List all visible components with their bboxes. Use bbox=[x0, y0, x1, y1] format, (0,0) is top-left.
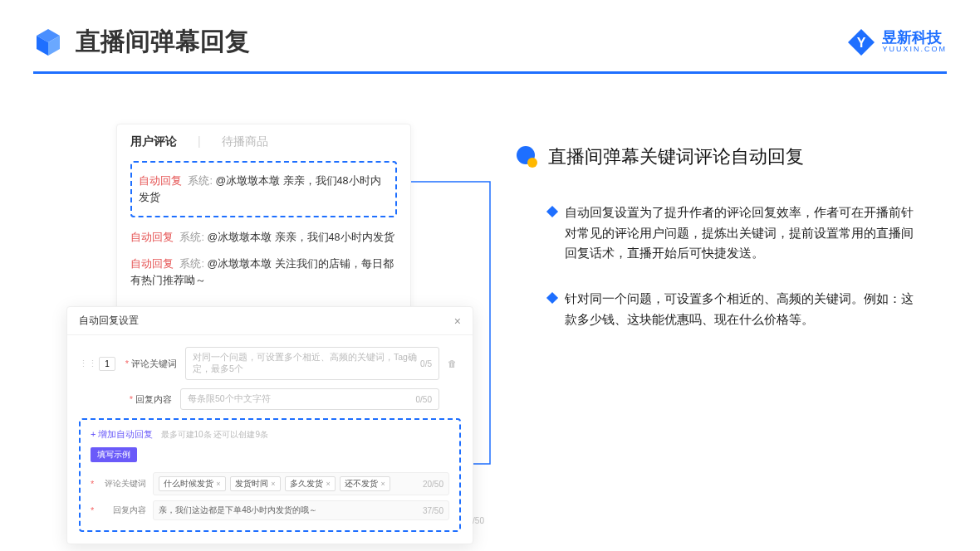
diamond-bullet-icon bbox=[546, 206, 558, 217]
chat-bubble-icon bbox=[515, 145, 538, 168]
tab-products[interactable]: 待播商品 bbox=[222, 134, 268, 149]
keyword-placeholder: 对同一个问题，可设置多个相近、高频的关键词，Tag确定，最多5个 bbox=[193, 352, 420, 375]
diamond-bullet-icon bbox=[546, 292, 558, 304]
system-label: 系统: bbox=[179, 258, 203, 270]
keyword-row: ⋮⋮ 1 *评论关键词 对同一个问题，可设置多个相近、高频的关键词，Tag确定，… bbox=[79, 347, 461, 380]
brand-block: Y 昱新科技 YUUXIN.COM bbox=[847, 28, 947, 56]
page-header: 直播间弹幕回复 Y 昱新科技 YUUXIN.COM bbox=[0, 0, 980, 71]
auto-reply-settings-modal: 自动回复设置 × ⋮⋮ 1 *评论关键词 对同一个问题，可设置多个相近、高频的关… bbox=[66, 306, 473, 544]
keyword-input[interactable]: 对同一个问题，可设置多个相近、高频的关键词，Tag确定，最多5个 0/5 bbox=[185, 347, 439, 380]
page-title: 直播间弹幕回复 bbox=[76, 25, 847, 59]
reply-input[interactable]: 每条限50个中文字符 0/50 bbox=[180, 388, 439, 410]
auto-reply-label: 自动回复 bbox=[130, 232, 174, 243]
brand-url: YUUXIN.COM bbox=[882, 46, 947, 54]
drag-handle-icon[interactable]: ⋮⋮ bbox=[79, 358, 91, 369]
comment-row: 自动回复 系统: @冰墩墩本墩 关注我们的店铺，每日都有热门推荐呦～ bbox=[130, 251, 397, 294]
example-reply-row: * 回复内容 亲，我们这边都是下单48小时内发货的哦～ 37/50 bbox=[91, 500, 449, 520]
reply-counter: 0/50 bbox=[416, 395, 432, 404]
tag: 发货时间× bbox=[230, 476, 280, 491]
modal-title: 自动回复设置 bbox=[79, 314, 139, 328]
reply-row: *回复内容 每条限50个中文字符 0/50 bbox=[79, 388, 461, 410]
auto-reply-label: 自动回复 bbox=[139, 175, 182, 187]
reply-label: 回复内容 bbox=[135, 394, 172, 404]
reply-placeholder: 每条限50个中文字符 bbox=[188, 393, 271, 405]
cube-icon bbox=[33, 27, 63, 57]
comment-row: 自动回复 系统: @冰墩墩本墩 亲亲，我们48小时内发货 bbox=[130, 224, 397, 251]
svg-point-6 bbox=[527, 158, 537, 168]
example-reply-input[interactable]: 亲，我们这边都是下单48小时内发货的哦～ 37/50 bbox=[153, 500, 449, 520]
comment-row: 自动回复 系统: @冰墩墩本墩 亲亲，我们48小时内发货 bbox=[139, 168, 389, 211]
brand-logo-icon: Y bbox=[847, 28, 875, 56]
svg-text:Y: Y bbox=[857, 36, 866, 50]
bullet-text: 自动回复设置为了提升作者的评论回复效率，作者可在开播前针对常见的评论用户问题，提… bbox=[565, 202, 914, 264]
tab-comments[interactable]: 用户评论 bbox=[130, 134, 177, 149]
highlighted-comment: 自动回复 系统: @冰墩墩本墩 亲亲，我们48小时内发货 bbox=[130, 161, 397, 217]
ex-reply-text: 亲，我们这边都是下单48小时内发货的哦～ bbox=[159, 505, 317, 516]
example-box: + 增加自动回复 最多可建10条 还可以创建9条 填写示例 * 评论关键词 什么… bbox=[79, 418, 461, 532]
left-column: 用户评论 | 待播商品 自动回复 系统: @冰墩墩本墩 亲亲，我们48小时内发货… bbox=[66, 124, 465, 386]
tag: 还不发货× bbox=[340, 476, 390, 491]
comment-text: @冰墩墩本墩 亲亲，我们48小时内发货 bbox=[207, 232, 394, 243]
keyword-label: 评论关键词 bbox=[131, 358, 177, 368]
ex-keyword-label: 评论关键词 bbox=[103, 478, 146, 490]
ex-reply-counter: 37/50 bbox=[423, 506, 443, 515]
tag: 多久发货× bbox=[285, 476, 335, 491]
bullet-item: 自动回复设置为了提升作者的评论回复效率，作者可在开播前针对常见的评论用户问题，提… bbox=[515, 202, 947, 264]
tab-separator: | bbox=[198, 134, 201, 149]
system-label: 系统: bbox=[179, 232, 203, 243]
close-icon[interactable]: × bbox=[454, 315, 461, 328]
section-title: 直播间弹幕关键词评论自动回复 bbox=[548, 144, 804, 169]
brand-name: 昱新科技 bbox=[882, 30, 947, 46]
right-column: 直播间弹幕关键词评论自动回复 自动回复设置为了提升作者的评论回复效率，作者可在开… bbox=[515, 124, 947, 386]
auto-reply-label: 自动回复 bbox=[130, 258, 174, 270]
delete-icon[interactable]: 🗑 bbox=[448, 358, 461, 368]
system-label: 系统: bbox=[188, 175, 212, 187]
ex-reply-label: 回复内容 bbox=[103, 505, 146, 516]
add-auto-reply-link[interactable]: + 增加自动回复 bbox=[91, 429, 153, 439]
add-hint: 最多可建10条 还可以创建9条 bbox=[161, 430, 268, 439]
index-box: 1 bbox=[99, 357, 115, 371]
keyword-counter: 0/5 bbox=[420, 359, 432, 368]
example-keyword-input[interactable]: 什么时候发货× 发货时间× 多久发货× 还不发货× 20/50 bbox=[153, 472, 449, 495]
bullet-item: 针对同一个问题，可设置多个相近的、高频的关键词。例如：这款多少钱、这块能优惠吗、… bbox=[515, 289, 947, 329]
card-tabs: 用户评论 | 待播商品 bbox=[130, 134, 397, 149]
example-badge: 填写示例 bbox=[91, 447, 137, 462]
ex-kw-counter: 20/50 bbox=[423, 480, 443, 489]
section-title-row: 直播间弹幕关键词评论自动回复 bbox=[515, 144, 947, 169]
modal-header: 自动回复设置 × bbox=[67, 307, 473, 335]
example-keyword-row: * 评论关键词 什么时候发货× 发货时间× 多久发货× 还不发货× 20/50 bbox=[91, 472, 449, 495]
tag: 什么时候发货× bbox=[159, 476, 225, 491]
side-counter: /50 bbox=[473, 516, 484, 525]
bullet-text: 针对同一个问题，可设置多个相近的、高频的关键词。例如：这款多少钱、这块能优惠吗、… bbox=[565, 289, 914, 329]
